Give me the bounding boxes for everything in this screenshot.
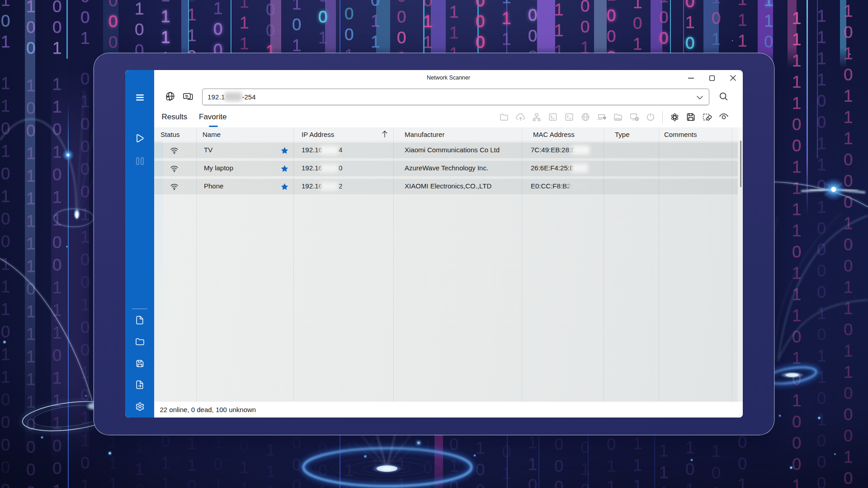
svg-text:SSH: SSH bbox=[551, 117, 555, 120]
